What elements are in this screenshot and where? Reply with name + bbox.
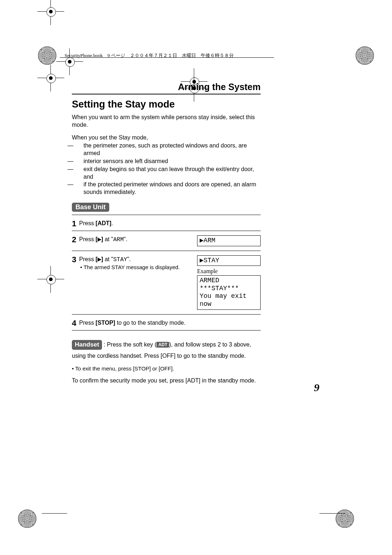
lcd-display: ▶ARM [197, 235, 261, 246]
crop-line [42, 513, 67, 514]
lcd-display-example: ARMED ***STAY*** You may exit now [197, 275, 261, 309]
exit-note: • To exit the menu, press [STOP] or [OFF… [72, 365, 261, 372]
when-set-lead: When you set the Stay mode, [72, 134, 261, 142]
key-label: [ADT] [185, 377, 200, 384]
chapter-title: Arming the System [72, 82, 261, 92]
page-content: Arming the System Setting the Stay mode … [72, 82, 261, 384]
divider [72, 330, 261, 331]
print-job-header: SecurityPhone.book 9 ページ ２００４年７月２１日 水曜日 … [65, 52, 234, 59]
list-item: —exit delay begins so that you can leave… [75, 166, 261, 181]
confirm-instruction: To confirm the security mode you set, pr… [72, 377, 261, 384]
list-item: —interior sensors are left disarmed [75, 158, 261, 165]
softkey-adt-icon: ADT [156, 342, 169, 348]
key-label: [ADT] [95, 220, 111, 226]
crop-line [319, 513, 345, 514]
list-item: —the perimeter zones, such as protected … [75, 142, 261, 157]
divider [72, 94, 261, 94]
section-title: Setting the Stay mode [72, 99, 261, 110]
step-3: 3 Press [▶] at "STAY". • The armed STAY … [72, 253, 261, 313]
step-sub-note: • The armed STAY message is displayed. [79, 264, 193, 271]
step-number: 2 [72, 235, 79, 244]
key-label: [▶] [95, 236, 103, 242]
step-number: 4 [72, 319, 79, 327]
intro-text: When you want to arm the system while pe… [72, 114, 261, 129]
step-text: Press [ADT]. [79, 219, 261, 227]
step-number: 1 [72, 219, 79, 228]
key-label: [STOP] [95, 320, 115, 326]
list-item: —if the protected perimeter windows and … [75, 181, 261, 196]
right-arrow-icon: ▶ [98, 236, 101, 242]
key-label: [▶] [95, 256, 103, 262]
key-label: [OFF] [161, 353, 176, 359]
step-text: Press [▶] at "STAY". • The armed STAY me… [79, 255, 193, 271]
right-arrow-icon: ▶ [98, 256, 101, 262]
divider [72, 215, 261, 215]
step-text: Press [▶] at "ARM". [79, 235, 193, 244]
handset-label: Handset [72, 340, 102, 350]
step-1: 1 Press [ADT]. [72, 217, 261, 230]
crop-mark-icon [45, 5, 57, 18]
key-label: [STOP] [133, 365, 151, 372]
base-unit-label: Base Unit [72, 203, 109, 212]
step-text: Press [STOP] to go to the standby mode. [79, 319, 261, 327]
print-registration-mark [336, 510, 354, 528]
crop-mark-icon [45, 273, 57, 285]
example-label: Example [197, 268, 261, 275]
divider [72, 231, 261, 231]
handset-instructions: Handset : Press the soft key (ADT), and … [72, 339, 261, 360]
crop-mark-icon [45, 72, 57, 84]
divider [72, 314, 261, 315]
step-4: 4 Press [STOP] to go to the standby mode… [72, 317, 261, 329]
step-2: 2 Press [▶] at "ARM". ▶ARM [72, 233, 261, 250]
page-number: 9 [314, 381, 319, 394]
bullet-list: —the perimeter zones, such as protected … [72, 142, 261, 196]
key-label: [OFF] [159, 365, 172, 372]
print-registration-mark [356, 46, 374, 65]
print-registration-mark [18, 510, 36, 528]
divider [72, 251, 261, 251]
print-registration-mark [38, 46, 56, 65]
lcd-display: ▶STAY [197, 255, 261, 266]
step-number: 3 [72, 255, 79, 264]
